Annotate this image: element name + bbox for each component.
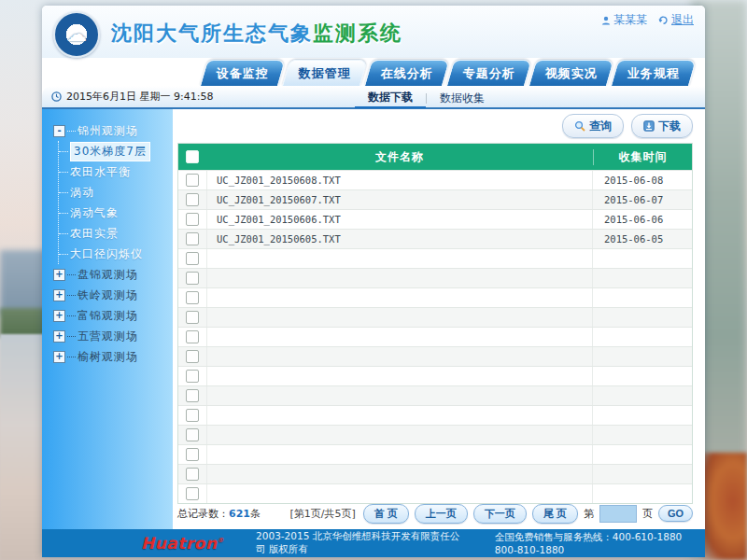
sub-nav-tab[interactable]: 数据下载 bbox=[355, 89, 426, 108]
row-checkbox[interactable] bbox=[186, 428, 199, 441]
tree-expand-icon[interactable]: + bbox=[53, 351, 65, 363]
nav-tab[interactable]: 业务规程 bbox=[611, 60, 697, 86]
prev-page-button[interactable]: 上一页 bbox=[415, 504, 468, 524]
file-table: 文件名称 收集时间 UC_JZ001_20150608.TXT 2015-06-… bbox=[177, 143, 693, 504]
collect-date-cell: 2015-06-07 bbox=[593, 194, 692, 205]
first-page-button[interactable]: 首 页 bbox=[363, 504, 409, 524]
row-checkbox[interactable] bbox=[186, 232, 199, 245]
tree-node-header[interactable]: + 铁岭观测场 bbox=[53, 286, 173, 305]
logout-icon bbox=[658, 15, 669, 25]
tree-node-header[interactable]: - 锦州观测场 bbox=[53, 121, 173, 141]
row-checkbox-cell bbox=[178, 328, 206, 346]
nav-tab[interactable]: 设备监控 bbox=[200, 60, 286, 86]
tree-leaf[interactable]: 涡动 bbox=[59, 182, 173, 203]
goto-prefix: 第 bbox=[584, 507, 594, 521]
row-checkbox[interactable] bbox=[186, 272, 199, 285]
nav-tab[interactable]: 视频实况 bbox=[529, 60, 614, 86]
last-page-button[interactable]: 尾 页 bbox=[532, 504, 578, 524]
tree-node: + 富锦观测场 bbox=[53, 306, 173, 326]
table-row bbox=[178, 425, 692, 444]
tree-leaf-label: 农田水平衡 bbox=[70, 164, 131, 180]
row-checkbox-cell bbox=[178, 386, 206, 405]
brand-name: Huatron bbox=[141, 534, 218, 553]
row-checkbox[interactable] bbox=[186, 409, 199, 422]
tree-leaf[interactable]: 涡动气象 bbox=[59, 203, 173, 223]
tree-leaf[interactable]: 30米梯度7层 bbox=[59, 141, 173, 161]
tree-node-header[interactable]: + 盘锦观测场 bbox=[53, 265, 173, 285]
go-button[interactable]: GO bbox=[658, 505, 693, 522]
row-checkbox[interactable] bbox=[186, 350, 199, 363]
goto-page-input[interactable] bbox=[599, 505, 637, 523]
tree-leaf[interactable]: 农田水平衡 bbox=[59, 161, 173, 182]
file-name-cell: UC_JZ001_20150607.TXT bbox=[206, 190, 593, 209]
nav-tab[interactable]: 在线分析 bbox=[364, 60, 450, 86]
file-name-cell bbox=[206, 249, 593, 268]
sub-nav-tab[interactable]: 数据收集 bbox=[427, 90, 498, 107]
row-checkbox-cell bbox=[178, 426, 206, 444]
tree-leaf[interactable]: 大口径闪烁仪 bbox=[59, 244, 173, 264]
row-checkbox-cell bbox=[178, 190, 206, 209]
row-checkbox[interactable] bbox=[186, 370, 199, 383]
tree-node-header[interactable]: + 富锦观测场 bbox=[53, 306, 173, 326]
user-icon bbox=[601, 16, 611, 25]
tree-node-label: 五营观测场 bbox=[78, 329, 138, 344]
row-checkbox-cell bbox=[178, 171, 206, 189]
row-checkbox-cell bbox=[178, 288, 206, 307]
hotline-text: 全国免费销售与服务热线：400-610-1880 800-810-1880 bbox=[495, 531, 705, 555]
pager-controls: [第1页/共5页] 首 页 上一页 下一页 尾 页 第 页 GO bbox=[289, 504, 693, 524]
tree-node-label: 盘锦观测场 bbox=[78, 267, 138, 283]
record-total: 总记录数：621条 bbox=[177, 507, 261, 521]
tree-expand-icon[interactable]: - bbox=[53, 125, 65, 137]
tree-expand-icon[interactable]: + bbox=[53, 330, 65, 343]
tree-leaf[interactable]: 农田实景 bbox=[59, 223, 173, 244]
goto-suffix: 页 bbox=[642, 507, 653, 521]
tree-node: + 盘锦观测场 bbox=[53, 265, 173, 285]
nav-tab[interactable]: 数据管理 bbox=[282, 60, 368, 86]
row-checkbox[interactable] bbox=[186, 291, 199, 304]
table-row bbox=[178, 464, 692, 483]
tree-expand-icon[interactable]: + bbox=[53, 310, 65, 322]
record-total-prefix: 总记录数： bbox=[177, 508, 229, 520]
nav-tab[interactable]: 专题分析 bbox=[446, 60, 532, 86]
tree-leaf-connector bbox=[59, 151, 68, 152]
tree-expand-icon[interactable]: + bbox=[53, 289, 65, 301]
collect-date-cell: 2015-06-06 bbox=[593, 214, 692, 225]
table-row bbox=[178, 405, 692, 425]
current-user-link[interactable]: 某某某 bbox=[601, 12, 647, 28]
row-checkbox[interactable] bbox=[186, 468, 199, 481]
query-button[interactable]: 查询 bbox=[562, 114, 624, 138]
table-row: UC_JZ001_20150607.TXT 2015-06-07 bbox=[178, 189, 692, 209]
tree-node-header[interactable]: + 榆树观测场 bbox=[53, 347, 173, 367]
row-checkbox[interactable] bbox=[186, 330, 199, 343]
file-table-rows: UC_JZ001_20150608.TXT 2015-06-08 UC_JZ00… bbox=[178, 170, 692, 503]
sub-nav-tab-label: 数据下载 bbox=[368, 91, 413, 104]
tree-expand-icon[interactable]: + bbox=[53, 269, 65, 281]
row-checkbox[interactable] bbox=[186, 389, 199, 402]
tree-leaf-label: 涡动气象 bbox=[70, 205, 119, 221]
table-row bbox=[178, 385, 692, 405]
file-name-cell: UC_JZ001_20150606.TXT bbox=[206, 210, 593, 229]
table-row bbox=[178, 327, 692, 346]
select-all-checkbox[interactable] bbox=[186, 150, 199, 163]
next-page-button[interactable]: 下一页 bbox=[473, 504, 527, 524]
row-checkbox[interactable] bbox=[186, 487, 199, 500]
row-checkbox-cell bbox=[178, 484, 206, 503]
app-panel: ☁ 沈阳大气所生态气象监测系统 某某某 退出 设备监控数据管理在线分析专题分析视… bbox=[42, 6, 705, 557]
tree-node-label: 榆树观测场 bbox=[78, 349, 138, 365]
tree-node: - 锦州观测场 30米梯度7层 农田水平衡 涡动 涡动气象 农田实景 大口径闪烁… bbox=[53, 121, 173, 264]
logout-link[interactable]: 退出 bbox=[658, 12, 694, 28]
row-checkbox[interactable] bbox=[186, 311, 199, 324]
file-table-header: 文件名称 收集时间 bbox=[178, 144, 692, 170]
row-checkbox[interactable] bbox=[186, 174, 199, 187]
tree-connector bbox=[67, 274, 76, 275]
row-checkbox[interactable] bbox=[186, 193, 199, 206]
user-links: 某某某 退出 bbox=[601, 12, 694, 28]
row-checkbox[interactable] bbox=[186, 213, 199, 226]
row-checkbox-cell bbox=[178, 269, 206, 287]
row-checkbox[interactable] bbox=[186, 448, 199, 461]
meteorological-emblem-logo: ☁ bbox=[53, 11, 100, 58]
tree-node-header[interactable]: + 五营观测场 bbox=[53, 327, 173, 346]
row-checkbox[interactable] bbox=[186, 252, 199, 265]
main-content: 查询 下载 文件名称 收集时间 UC_JZ001_20150608. bbox=[173, 109, 705, 529]
download-button[interactable]: 下载 bbox=[631, 114, 693, 138]
